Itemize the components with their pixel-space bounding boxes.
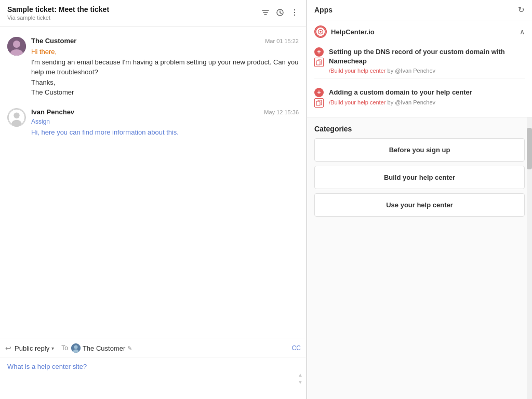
ticket-subtitle: Via sample ticket — [7, 15, 109, 21]
article-action-icons: + — [314, 47, 324, 67]
article-title[interactable]: Setting up the DNS record of your custom… — [329, 47, 525, 66]
article-category: /Build your help center — [329, 68, 385, 74]
reply-bar: ↩ Public reply ▾ To The Customer ✎ CC Wh… — [0, 339, 306, 399]
cc-button[interactable]: CC — [292, 344, 301, 352]
filter-icon[interactable] — [261, 8, 270, 18]
reply-text-area[interactable]: What is a help center site? ▲ ▼ — [0, 357, 306, 399]
svg-point-11 — [74, 345, 77, 349]
article-add-icon[interactable]: + — [314, 88, 324, 97]
scroll-track — [527, 117, 532, 399]
helpcenter-header: HelpCenter.io ∧ — [307, 20, 532, 43]
article-author: by @Ivan Penchev — [388, 68, 436, 74]
apps-content: HelpCenter.io ∧ + Setti — [307, 20, 532, 399]
article-info: Adding a custom domain to your help cent… — [329, 88, 472, 105]
message-content: The Customer Mar 01 15:22 Hi there, I'm … — [31, 37, 299, 98]
message-block: The Customer Mar 01 15:22 Hi there, I'm … — [0, 32, 306, 103]
message-time: Mar 01 15:22 — [265, 38, 299, 44]
article-meta: /Build your help center by @Ivan Penchev — [329, 68, 525, 74]
message-header: Ivan Penchev May 12 15:36 — [31, 108, 299, 116]
article-copy-icon[interactable] — [314, 98, 324, 108]
helpcenter-section: HelpCenter.io ∧ + Setti — [307, 20, 532, 117]
helpcenter-name: HelpCenter.io — [331, 28, 375, 36]
scroll-up-indicator: ▲ — [298, 372, 303, 378]
article-info: Setting up the DNS record of your custom… — [329, 47, 525, 74]
article-add-icon[interactable]: + — [314, 47, 324, 57]
reply-type-chevron: ▾ — [51, 345, 54, 351]
message-content: Ivan Penchev May 12 15:36 Assign Hi, her… — [31, 108, 299, 138]
right-panel: Apps ↻ HelpCenter.io ∧ — [307, 0, 532, 399]
article-item: + Setting up the DNS record of your cust… — [314, 43, 525, 78]
reply-recipient: The Customer ✎ — [71, 343, 132, 353]
sender-name: The Customer — [31, 37, 76, 45]
message-body: Hi, here you can find more information a… — [31, 127, 299, 138]
edit-recipient-icon[interactable]: ✎ — [127, 345, 132, 352]
scroll-down-indicator: ▼ — [298, 379, 303, 385]
svg-point-1 — [294, 9, 295, 10]
svg-rect-16 — [316, 61, 320, 65]
sender-name: Ivan Penchev — [31, 108, 74, 116]
avatar — [7, 37, 26, 56]
scroll-thumb[interactable] — [527, 128, 532, 169]
category-button-use-help[interactable]: Use your help center — [314, 193, 525, 217]
messages-area: The Customer Mar 01 15:22 Hi there, I'm … — [0, 26, 306, 339]
message-block: Ivan Penchev May 12 15:36 Assign Hi, her… — [0, 103, 306, 143]
ticket-title: Sample ticket: Meet the ticket — [7, 5, 109, 14]
assign-label[interactable]: Assign — [31, 118, 299, 125]
scrollable-right-content: Categories Before you sign up Build your… — [307, 117, 532, 399]
reply-toolbar: ↩ Public reply ▾ To The Customer ✎ CC — [0, 339, 306, 357]
history-icon[interactable] — [276, 8, 284, 18]
article-meta: /Build your help center by @Ivan Penchev — [329, 99, 472, 105]
helpcenter-logo-icon — [314, 25, 327, 38]
ticket-header: Sample ticket: Meet the ticket Via sampl… — [0, 0, 306, 26]
article-action-icons: + — [314, 88, 324, 108]
category-button-before-signup[interactable]: Before you sign up — [314, 138, 525, 162]
message-header: The Customer Mar 01 15:22 — [31, 37, 299, 45]
refresh-icon[interactable]: ↻ — [518, 5, 525, 15]
svg-point-5 — [13, 41, 20, 48]
collapse-helpcenter-icon[interactable]: ∧ — [520, 28, 525, 36]
svg-point-8 — [14, 112, 19, 118]
more-options-icon[interactable] — [290, 8, 299, 18]
ticket-header-actions — [261, 8, 299, 18]
right-panel-header: Apps ↻ — [307, 0, 532, 20]
recipient-name: The Customer — [83, 344, 125, 352]
article-category: /Build your help center — [329, 99, 385, 105]
left-panel: Sample ticket: Meet the ticket Via sampl… — [0, 0, 307, 399]
categories-title: Categories — [314, 125, 525, 133]
reply-type-button[interactable]: Public reply ▾ — [15, 344, 54, 352]
reply-back-icon: ↩ — [5, 344, 11, 352]
apps-title: Apps — [314, 6, 332, 14]
avatar-placeholder — [7, 108, 26, 127]
helpcenter-left: HelpCenter.io — [314, 25, 375, 38]
reply-placeholder: What is a help center site? — [7, 363, 87, 370]
categories-section: Categories Before you sign up Build your… — [307, 117, 532, 224]
category-button-build-help[interactable]: Build your help center — [314, 166, 525, 189]
article-title[interactable]: Adding a custom domain to your help cent… — [329, 88, 472, 97]
message-body: Hi there, I'm sending an email because I… — [31, 47, 299, 98]
svg-point-15 — [320, 31, 322, 33]
article-copy-icon[interactable] — [314, 58, 324, 67]
svg-point-9 — [12, 119, 22, 126]
reply-type-label: Public reply — [15, 344, 49, 352]
message-time: May 12 15:36 — [264, 109, 299, 115]
article-author: by @Ivan Penchev — [388, 99, 436, 105]
main-layout: Sample ticket: Meet the ticket Via sampl… — [0, 0, 532, 399]
svg-point-3 — [294, 14, 295, 15]
svg-rect-17 — [316, 101, 320, 105]
reply-to-label: To — [61, 344, 68, 352]
recipient-avatar — [71, 343, 81, 353]
svg-point-2 — [294, 11, 295, 12]
article-item: + Adding a custom domain to your help ce… — [314, 84, 525, 112]
articles-list: + Setting up the DNS record of your cust… — [307, 43, 532, 117]
ticket-header-left: Sample ticket: Meet the ticket Via sampl… — [7, 5, 109, 21]
